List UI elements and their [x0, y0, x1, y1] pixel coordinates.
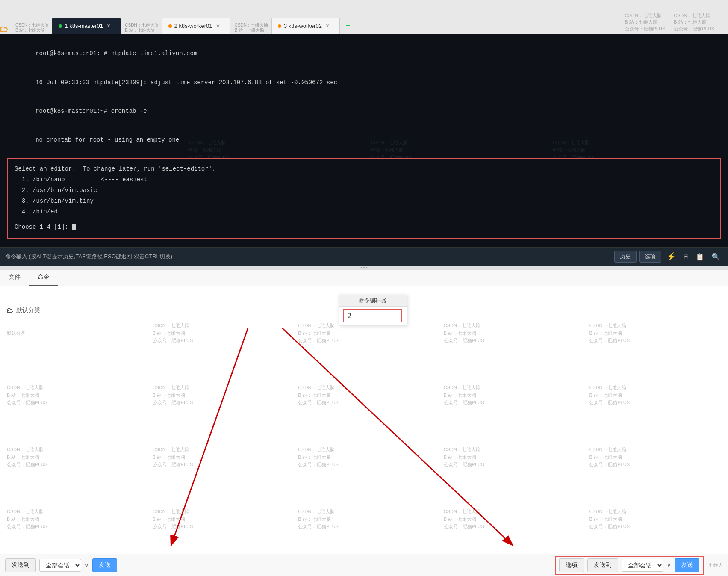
send-to-button-right[interactable]: 发送到 — [587, 558, 618, 572]
select-editor-line1: Select an editor. To change later, run '… — [15, 164, 713, 174]
tab-wm-right-2: CSDN：七维大脑 B 站：七维大脑 公众号：肥猫PLUS — [674, 12, 714, 32]
select-editor-option1: 1. /bin/nano <---- easiest — [15, 174, 713, 185]
terminal-body[interactable]: root@k8s-master01:~# ntpdate time1.aliyu… — [0, 34, 728, 247]
svg-line-3 — [282, 328, 513, 546]
select-editor-choose: Choose 1-4 [1]: — [15, 222, 713, 233]
wm-3-1: CSDN：七维大脑B 站：七维大脑公众号：肥猫PLUS — [0, 426, 146, 488]
terminal-line-1: root@k8s-master01:~# ntpdate time1.aliyu… — [7, 39, 721, 68]
tab-csdn-header-3: CSDN：七维大脑 B 站：七维大脑 — [231, 22, 271, 34]
svg-line-2 — [171, 328, 248, 546]
wm-3-4: CSDN：七维大脑B 站：七维大脑公众号：肥猫PLUS — [437, 426, 583, 488]
select-editor-option2: 2. /usr/bin/vim.basic — [15, 185, 713, 196]
wm-3-5: CSDN：七维大脑B 站：七维大脑公众号：肥猫PLUS — [582, 426, 728, 488]
select-editor-box: Select an editor. To change later, run '… — [7, 158, 721, 239]
wm-1-5: CSDN：七维大脑B 站：七维大脑公众号：肥猫PLUS — [582, 302, 728, 364]
session-select-left[interactable]: 全部会话 — [39, 559, 81, 572]
history-button[interactable]: 历史 — [614, 251, 637, 263]
cmd-editor-input-container: 2 — [343, 309, 402, 322]
bottom-content: 默认分类 CSDN：七维大脑B 站：七维大脑公众号：肥猫PLUS CSDN：七维… — [0, 286, 728, 576]
terminal-bottom-bar: 命令输入 (按ALT键提示历史,TAB键路径,ESC键返回,双击CTRL切换) … — [0, 247, 728, 266]
send-button-left[interactable]: 发送 — [92, 558, 117, 572]
search-icon[interactable]: 🔍 — [709, 252, 723, 262]
bottom-action-bar: 发送到 全部会话 ∨ 发送 选项 发送到 全部会话 ∨ — [0, 554, 728, 576]
tab-label-3: 3 k8s-worker02 — [284, 23, 322, 29]
bottom-watermark-grid: 默认分类 CSDN：七维大脑B 站：七维大脑公众号：肥猫PLUS CSDN：七维… — [0, 302, 728, 550]
tab-commands[interactable]: 命令 — [29, 270, 58, 286]
tab-dot-1 — [59, 24, 62, 28]
wm-1-3: CSDN：七维大脑B 站：七维大脑公众号：肥猫PLUS — [291, 302, 437, 364]
tab-label-1: 1 k8s-master01 — [65, 23, 103, 29]
bottom-tabs: 文件 命令 — [0, 270, 728, 286]
tab-wm-right-1: CSDN：七维大脑 B 站：七维大脑 公众号：肥猫PLUS — [625, 12, 666, 32]
terminal-input-area: 命令输入 (按ALT键提示历史,TAB键路径,ESC键返回,双击CTRL切换) — [5, 253, 614, 260]
send-button-right[interactable]: 发送 — [675, 558, 699, 572]
right-action-box: 选项 发送到 全部会话 ∨ 发送 — [555, 556, 704, 575]
tab-k8s-worker02[interactable]: 3 k8s-worker02 ✕ — [271, 18, 340, 34]
options-button-right[interactable]: 选项 — [559, 558, 584, 572]
chevron-down-icon-left: ∨ — [85, 562, 89, 568]
default-category-label: 默认分类 — [16, 307, 40, 314]
terminal-buttons: 历史 选项 ⚡ ⎘ 📋 🔍 — [614, 251, 723, 263]
paste-icon[interactable]: 📋 — [693, 252, 707, 262]
wm-2-2: CSDN：七维大脑B 站：七维大脑公众号：肥猫PLUS — [146, 364, 292, 426]
select-editor-option3: 3. /usr/bin/vim.tiny — [15, 196, 713, 207]
tab-bar: 🗁 CSDN：七维大脑 B 站：七维大脑 1 k8s-master01 ✕ CS… — [0, 0, 728, 34]
wm-4-2: CSDN：七维大脑B 站：七维大脑公众号：肥猫PLUS — [146, 488, 292, 550]
default-category: 🗁 默认分类 — [7, 307, 40, 314]
tab-files[interactable]: 文件 — [0, 270, 29, 286]
arrows-overlay — [0, 286, 728, 576]
wm-2-4: CSDN：七维大脑B 站：七维大脑公众号：肥猫PLUS — [437, 364, 583, 426]
cmd-editor-overlay: 命令编辑器 2 — [0, 286, 728, 576]
right-watermark-tail: 七维大 — [709, 562, 723, 568]
bottom-panel: 文件 命令 默认分类 CSDN：七维大脑B 站：七维大脑公众号：肥猫PLUS C… — [0, 269, 728, 576]
add-icon: + — [346, 21, 351, 30]
session-select-right[interactable]: 全部会话 — [622, 559, 663, 572]
action-bar-left: 发送到 全部会话 ∨ 发送 — [5, 558, 117, 572]
folder-small-icon: 🗁 — [7, 307, 14, 314]
wm-4-1: CSDN：七维大脑B 站：七维大脑公众号：肥猫PLUS — [0, 488, 146, 550]
tab-dot-2 — [168, 24, 172, 28]
tab-csdn-header-2: CSDN：七维大脑 B 站：七维大脑 — [121, 22, 162, 34]
terminal-line-4: no crontab for root - using an empty one — [7, 126, 721, 154]
wm-2-5: CSDN：七维大脑B 站：七维大脑公众号：肥猫PLUS — [582, 364, 728, 426]
send-to-button-left[interactable]: 发送到 — [5, 558, 36, 572]
wm-4-5: CSDN：七维大脑B 站：七维大脑公众号：肥猫PLUS — [582, 488, 728, 550]
wm-4-3: CSDN：七维大脑B 站：七维大脑公众号：肥猫PLUS — [291, 488, 437, 550]
tab-bar-right: CSDN：七维大脑 B 站：七维大脑 公众号：肥猫PLUS CSDN：七维大脑 … — [620, 11, 728, 34]
cmd-editor-box: 命令编辑器 2 — [339, 295, 407, 325]
folder-icon: 🗁 — [0, 24, 9, 34]
copy-icon[interactable]: ⎘ — [681, 252, 690, 261]
cmd-editor-title: 命令编辑器 — [339, 295, 407, 307]
tab-k8s-master01[interactable]: 1 k8s-master01 ✕ — [52, 18, 121, 34]
wm-2-3: CSDN：七维大脑B 站：七维大脑公众号：肥猫PLUS — [291, 364, 437, 426]
tab-close-1[interactable]: ✕ — [106, 23, 111, 29]
wm-3-3: CSDN：七维大脑B 站：七维大脑公众号：肥猫PLUS — [291, 426, 437, 488]
app-container: 🗁 CSDN：七维大脑 B 站：七维大脑 1 k8s-master01 ✕ CS… — [0, 0, 728, 576]
wm-2-1: CSDN：七维大脑B 站：七维大脑公众号：肥猫PLUS — [0, 364, 146, 426]
wm-1-4: CSDN：七维大脑B 站：七维大脑公众号：肥猫PLUS — [437, 302, 583, 364]
terminal-line-2: 16 Jul 09:33:03 ntpdate[23809]: adjust t… — [7, 68, 721, 97]
tab-csdn-header-1: CSDN：七维大脑 B 站：七维大脑 — [12, 22, 52, 34]
cmd-editor-value: 2 — [348, 312, 352, 320]
add-tab-button[interactable]: + — [341, 18, 356, 34]
wm-1-2: CSDN：七维大脑B 站：七维大脑公众号：肥猫PLUS — [146, 302, 292, 364]
tab-label-2: 2 k8s-worker01 — [174, 23, 212, 29]
tab-k8s-worker01[interactable]: 2 k8s-worker01 ✕ — [162, 18, 230, 34]
terminal-container: CSDN：七维大脑B 站：七维大脑公众号：肥猫PLUS CSDN：七维大脑B 站… — [0, 34, 728, 266]
select-editor-option4: 4. /bin/ed — [15, 207, 713, 217]
tab-close-2[interactable]: ✕ — [216, 23, 220, 29]
resize-handle[interactable]: • • • — [0, 266, 728, 269]
wm-4-4: CSDN：七维大脑B 站：七维大脑公众号：肥猫PLUS — [437, 488, 583, 550]
lightning-icon: ⚡ — [664, 251, 678, 262]
cursor-block — [72, 224, 76, 230]
wm-3-2: CSDN：七维大脑B 站：七维大脑公众号：肥猫PLUS — [146, 426, 292, 488]
terminal-input-hint: 命令输入 (按ALT键提示历史,TAB键路径,ESC键返回,双击CTRL切换) — [5, 253, 172, 260]
chevron-down-icon-right: ∨ — [667, 562, 671, 568]
options-button[interactable]: 选项 — [639, 251, 661, 263]
tab-close-3[interactable]: ✕ — [325, 23, 330, 29]
tab-dot-3 — [278, 24, 281, 28]
action-bar-right: 选项 发送到 全部会话 ∨ 发送 七维大 — [555, 556, 723, 575]
terminal-line-3: root@k8s-master01:~# crontab -e — [7, 97, 721, 125]
